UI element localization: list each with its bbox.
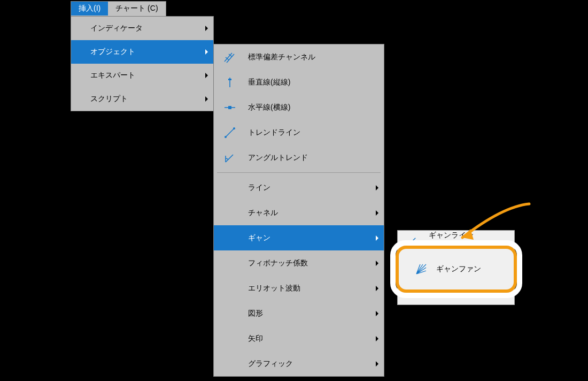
submenu-arrow-icon <box>376 336 378 341</box>
menu-item-graphics[interactable]: グラフィック <box>214 351 384 376</box>
menu-item-label: 図形 <box>248 309 263 318</box>
menu-item-arrows[interactable]: 矢印 <box>214 326 384 351</box>
menu-item-label: アングルトレンド <box>248 153 308 163</box>
menu-item-label: スクリプト <box>90 94 128 104</box>
tab-label: 挿入(I) <box>79 4 100 13</box>
svg-line-4 <box>226 128 234 137</box>
menu-item-gann-line[interactable]: ギャンライン <box>398 231 514 255</box>
menu-item-label: ライン <box>248 183 270 193</box>
tab-insert[interactable]: 挿入(I) <box>71 2 108 16</box>
submenu-arrow-icon <box>205 73 208 78</box>
horizontal-line-icon <box>222 100 237 115</box>
stddev-channel-icon <box>222 50 237 65</box>
svg-point-5 <box>225 136 227 138</box>
menu-item-objects[interactable]: オブジェクト <box>71 40 213 64</box>
svg-rect-3 <box>228 106 231 109</box>
menu-item-label: フィボナッチ係数 <box>248 258 308 268</box>
gann-submenu[interactable]: ギャンライン ギャンファン ギャングリッド <box>397 230 515 305</box>
menu-item-gann-fan[interactable]: ギャンファン <box>398 255 514 280</box>
submenu-arrow-icon <box>376 361 378 367</box>
menu-item-label: 垂直線(縦線) <box>248 78 290 87</box>
menu-item-label: エキスパート <box>90 71 135 80</box>
gann-grid-icon <box>405 286 418 299</box>
menu-item-shapes[interactable]: 図形 <box>214 301 384 326</box>
submenu-arrow-icon <box>205 49 208 55</box>
menu-item-label: エリオット波動 <box>248 284 300 293</box>
svg-rect-1 <box>228 79 231 80</box>
menu-item-label: ギャン <box>248 233 270 243</box>
menu-item-label: チャネル <box>248 208 278 218</box>
objects-submenu[interactable]: 標準偏差チャンネル 垂直線(縦線) 水平線(横線) トレンドライン アングルトレ… <box>213 44 384 377</box>
menu-item-lines[interactable]: ライン <box>214 175 384 200</box>
vertical-line-icon <box>222 75 237 90</box>
menu-item-label: 水平線(横線) <box>248 103 290 112</box>
menu-item-indicators[interactable]: インディケータ <box>71 17 213 40</box>
menu-separator <box>217 172 381 173</box>
submenu-arrow-icon <box>376 311 378 316</box>
menu-item-label: 標準偏差チャンネル <box>248 52 315 62</box>
menu-item-label: ギャンファン <box>429 255 474 264</box>
submenu-arrow-icon <box>376 286 378 291</box>
menu-item-horizontal-line[interactable]: 水平線(横線) <box>214 95 384 120</box>
menu-item-gann[interactable]: ギャン <box>214 225 384 250</box>
menu-item-channels[interactable]: チャネル <box>214 200 384 225</box>
insert-menu[interactable]: インディケータ オブジェクト エキスパート スクリプト <box>71 16 214 111</box>
menu-item-vertical-line[interactable]: 垂直線(縦線) <box>214 70 384 95</box>
menu-item-experts[interactable]: エキスパート <box>71 64 213 87</box>
tab-chart[interactable]: チャート (C) <box>108 2 165 16</box>
svg-point-6 <box>233 127 235 129</box>
menu-item-fibonacci[interactable]: フィボナッチ係数 <box>214 250 384 276</box>
menu-item-angle-trend[interactable]: アングルトレンド <box>214 145 384 170</box>
menu-item-label: 矢印 <box>248 334 263 344</box>
menu-item-scripts[interactable]: スクリプト <box>71 87 213 111</box>
submenu-arrow-icon <box>376 235 378 241</box>
menu-item-label: ギャンライン <box>429 231 474 239</box>
menu-bar[interactable]: 挿入(I) チャート (C) <box>71 1 166 17</box>
menu-item-elliott[interactable]: エリオット波動 <box>214 276 384 301</box>
menu-item-trend-line[interactable]: トレンドライン <box>214 120 384 145</box>
menu-item-label: オブジェクト <box>90 47 135 57</box>
svg-line-7 <box>407 238 416 247</box>
menu-item-label: ギャングリッド <box>429 280 481 288</box>
angle-trend-icon <box>222 150 237 165</box>
submenu-arrow-icon <box>376 185 378 190</box>
menu-item-stddev-channel[interactable]: 標準偏差チャンネル <box>214 44 384 70</box>
submenu-arrow-icon <box>205 96 208 102</box>
menu-item-label: インディケータ <box>90 24 143 33</box>
gann-fan-icon <box>405 261 418 274</box>
gann-line-icon <box>405 237 418 249</box>
menu-item-gann-grid[interactable]: ギャングリッド <box>398 280 514 304</box>
trend-line-icon <box>222 125 237 140</box>
tab-label: チャート (C) <box>115 4 158 13</box>
submenu-arrow-icon <box>205 26 208 31</box>
submenu-arrow-icon <box>376 210 378 216</box>
menu-item-label: トレンドライン <box>248 128 300 138</box>
menu-item-label: グラフィック <box>248 359 293 369</box>
submenu-arrow-icon <box>376 261 378 266</box>
